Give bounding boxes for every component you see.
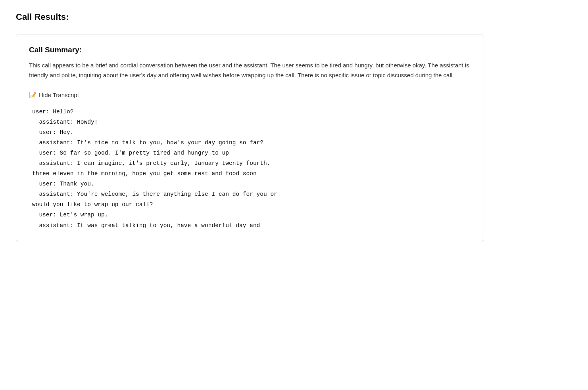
transcript-content: user: Hello? assistant: Howdy! user: Hey… — [29, 107, 471, 231]
call-results-card: Call Summary: This call appears to be a … — [16, 34, 484, 242]
hide-transcript-button[interactable]: 📝 Hide Transcript — [29, 92, 79, 99]
call-summary-title: Call Summary: — [29, 46, 471, 54]
hide-transcript-icon: 📝 — [29, 92, 37, 99]
page-container: Call Results: Call Summary: This call ap… — [0, 0, 500, 258]
hide-transcript-label: Hide Transcript — [39, 92, 79, 98]
call-results-title: Call Results: — [16, 12, 484, 22]
call-summary-text: This call appears to be a brief and cord… — [29, 61, 471, 80]
